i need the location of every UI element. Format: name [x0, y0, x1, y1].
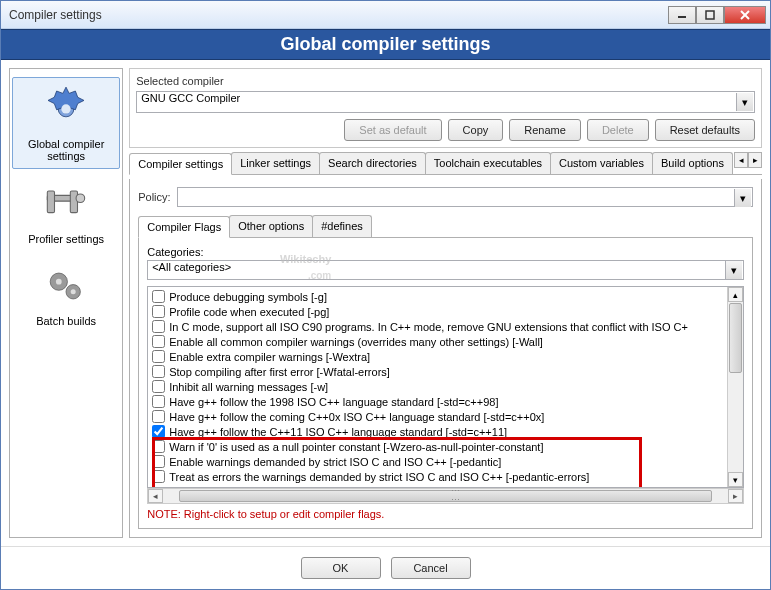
tab-other-options[interactable]: Other options — [229, 215, 313, 237]
flag-text: Inhibit all warning messages [-w] — [169, 381, 328, 393]
tab-custom-variables[interactable]: Custom variables — [550, 152, 653, 174]
chevron-down-icon[interactable]: ▾ — [725, 261, 742, 279]
sidebar-item-profiler[interactable]: Profiler settings — [12, 173, 120, 251]
gears-icon — [41, 261, 91, 311]
chevron-down-icon[interactable]: ▾ — [736, 93, 753, 111]
minimize-button[interactable] — [668, 6, 696, 24]
rename-button[interactable]: Rename — [509, 119, 581, 141]
selected-compiler-group: Selected compiler GNU GCC Compiler ▾ Set… — [129, 68, 762, 148]
flag-checkbox[interactable] — [152, 380, 165, 393]
reset-defaults-button[interactable]: Reset defaults — [655, 119, 755, 141]
horizontal-scrollbar[interactable]: ◂ ▸ — [147, 488, 744, 504]
flag-text: Have g++ follow the 1998 ISO C++ languag… — [169, 396, 498, 408]
categories-label: Categories: — [147, 246, 744, 258]
flag-text: Have g++ follow the C++11 ISO C++ langua… — [169, 426, 507, 438]
flag-row[interactable]: Enable warnings demanded by strict ISO C… — [150, 454, 741, 469]
vertical-scrollbar[interactable]: ▴ ▾ — [727, 287, 743, 487]
svg-rect-7 — [47, 191, 54, 213]
flag-text: Profile code when executed [-pg] — [169, 306, 329, 318]
selected-compiler-label: Selected compiler — [136, 75, 755, 87]
main-panel: Selected compiler GNU GCC Compiler ▾ Set… — [129, 68, 762, 538]
gear-icon — [41, 84, 91, 134]
outer-tabs: Compiler settings Linker settings Search… — [129, 152, 762, 175]
close-button[interactable] — [724, 6, 766, 24]
tab-scroll-buttons: ◂ ▸ — [734, 152, 762, 174]
sidebar-item-batch-builds[interactable]: Batch builds — [12, 255, 120, 333]
delete-button[interactable]: Delete — [587, 119, 649, 141]
scroll-thumb[interactable] — [729, 303, 742, 373]
flag-row[interactable]: Produce debugging symbols [-g] — [150, 289, 741, 304]
flag-text: Warn if '0' is used as a null pointer co… — [169, 441, 543, 453]
flag-row[interactable]: In C mode, support all ISO C90 programs.… — [150, 319, 741, 334]
flag-checkbox[interactable] — [152, 290, 165, 303]
ok-button[interactable]: OK — [301, 557, 381, 579]
tab-toolchain-executables[interactable]: Toolchain executables — [425, 152, 551, 174]
flag-row[interactable]: Treat as errors the warnings demanded by… — [150, 469, 741, 484]
flag-row[interactable]: Warn if '0' is used as a null pointer co… — [150, 439, 741, 454]
flag-checkbox[interactable] — [152, 455, 165, 468]
flag-row[interactable]: Enable all common compiler warnings (ove… — [150, 334, 741, 349]
svg-rect-8 — [70, 191, 77, 213]
sidebar-item-label: Global compiler settings — [15, 138, 117, 162]
tab-build-options[interactable]: Build options — [652, 152, 733, 174]
flag-checkbox[interactable] — [152, 410, 165, 423]
flag-checkbox[interactable] — [152, 395, 165, 408]
sidebar-item-global-compiler[interactable]: Global compiler settings — [12, 77, 120, 169]
flag-text: Stop compiling after first error [-Wfata… — [169, 366, 390, 378]
flag-checkbox[interactable] — [152, 305, 165, 318]
flag-row[interactable]: Inhibit all warning messages [-w] — [150, 379, 741, 394]
flag-checkbox[interactable] — [152, 350, 165, 363]
flag-checkbox[interactable] — [152, 365, 165, 378]
flag-checkbox[interactable] — [152, 470, 165, 483]
svg-point-9 — [76, 194, 85, 203]
flag-row[interactable]: Enable extra compiler warnings [-Wextra] — [150, 349, 741, 364]
flags-list[interactable]: Produce debugging symbols [-g]Profile co… — [147, 286, 744, 488]
caliper-icon — [41, 179, 91, 229]
categories-select[interactable]: <All categories> — [147, 260, 744, 280]
flag-checkbox[interactable] — [152, 335, 165, 348]
scroll-down-icon[interactable]: ▾ — [728, 472, 743, 487]
copy-button[interactable]: Copy — [448, 119, 504, 141]
flag-row[interactable]: Profile code when executed [-pg] — [150, 304, 741, 319]
policy-label: Policy: — [138, 191, 170, 203]
scroll-thumb-h[interactable] — [179, 490, 712, 502]
scroll-left-icon[interactable]: ◂ — [148, 489, 163, 503]
flag-row[interactable]: Stop compiling after first error [-Wfata… — [150, 364, 741, 379]
sidebar-item-label: Profiler settings — [28, 233, 104, 245]
flag-row[interactable]: Have g++ follow the C++11 ISO C++ langua… — [150, 424, 741, 439]
compiler-select-row: GNU GCC Compiler ▾ — [136, 91, 755, 113]
flag-text: Enable all common compiler warnings (ove… — [169, 336, 543, 348]
tabs-scroll-left-icon[interactable]: ◂ — [734, 152, 748, 168]
window-title: Compiler settings — [5, 8, 668, 22]
scroll-up-icon[interactable]: ▴ — [728, 287, 743, 302]
tab-search-directories[interactable]: Search directories — [319, 152, 426, 174]
note-text: NOTE: Right-click to setup or edit compi… — [147, 508, 744, 520]
flag-text: Enable extra compiler warnings [-Wextra] — [169, 351, 370, 363]
set-default-button[interactable]: Set as default — [344, 119, 441, 141]
policy-row: Policy: ▾ — [138, 187, 753, 207]
flag-text: Treat as errors the warnings demanded by… — [169, 471, 589, 483]
policy-select[interactable] — [177, 187, 753, 207]
cancel-button[interactable]: Cancel — [391, 557, 471, 579]
chevron-down-icon[interactable]: ▾ — [734, 189, 751, 207]
svg-point-13 — [71, 289, 76, 294]
compiler-select[interactable]: GNU GCC Compiler — [136, 91, 755, 113]
tab-compiler-settings[interactable]: Compiler settings — [129, 153, 232, 175]
flag-checkbox[interactable] — [152, 425, 165, 438]
flag-checkbox[interactable] — [152, 440, 165, 453]
tab-compiler-flags[interactable]: Compiler Flags — [138, 216, 230, 238]
tab-defines[interactable]: #defines — [312, 215, 372, 237]
banner-title: Global compiler settings — [1, 29, 770, 60]
flag-checkbox[interactable] — [152, 320, 165, 333]
flag-row[interactable]: Have g++ follow the 1998 ISO C++ languag… — [150, 394, 741, 409]
flag-row[interactable]: Have g++ follow the coming C++0x ISO C++… — [150, 409, 741, 424]
scroll-right-icon[interactable]: ▸ — [728, 489, 743, 503]
titlebar: Compiler settings — [1, 1, 770, 29]
maximize-button[interactable] — [696, 6, 724, 24]
tabs-scroll-right-icon[interactable]: ▸ — [748, 152, 762, 168]
categories-value: <All categories> — [152, 261, 231, 273]
tab-linker-settings[interactable]: Linker settings — [231, 152, 320, 174]
sidebar-item-label: Batch builds — [36, 315, 96, 327]
dialog-footer: OK Cancel — [1, 546, 770, 589]
flag-text: Produce debugging symbols [-g] — [169, 291, 327, 303]
